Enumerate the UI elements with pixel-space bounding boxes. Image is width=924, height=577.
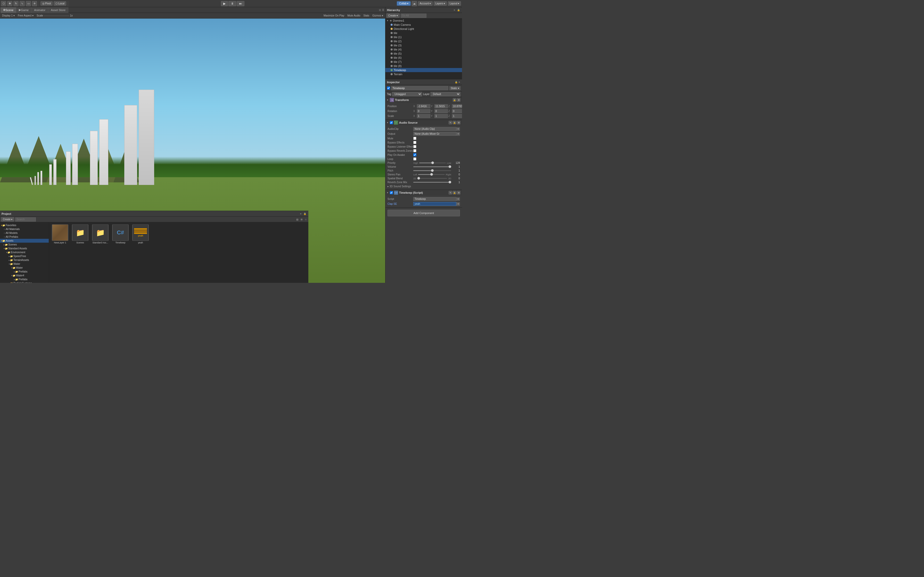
move-tool-icon[interactable]: ✥ bbox=[7, 1, 12, 6]
project-view-btn2[interactable]: ⊞ bbox=[300, 218, 303, 221]
tree-scenes[interactable]: ▸📁 Scenes bbox=[0, 243, 49, 247]
script-select-btn[interactable]: ⊙ bbox=[456, 197, 460, 201]
layout-button[interactable]: Layout ▾ bbox=[448, 1, 461, 6]
hierarchy-item-tile0[interactable]: tile bbox=[385, 31, 462, 35]
hierarchy-root[interactable]: ▾ ⊕ Domino1 bbox=[385, 19, 462, 23]
active-checkbox[interactable] bbox=[387, 87, 390, 90]
priority-slider[interactable] bbox=[419, 163, 446, 163]
unity-logo-icon[interactable]: ⬡ bbox=[1, 1, 6, 6]
rot-y-input[interactable] bbox=[435, 109, 448, 113]
asset-newlayer[interactable]: NewLayer 1 bbox=[51, 224, 69, 244]
audioclip-input[interactable] bbox=[413, 127, 456, 131]
transform-tool-icon[interactable]: ✛ bbox=[32, 1, 37, 6]
script-input[interactable] bbox=[413, 197, 456, 201]
timekeep-script-header[interactable]: ▾ C# Timekeep (Script) ✎ 🔒 ⚙ bbox=[385, 190, 462, 195]
tree-standard-assets[interactable]: ▾📁 Standard Assets bbox=[0, 247, 49, 250]
mute-audio-btn[interactable]: Mute Audio bbox=[346, 14, 361, 17]
clap-se-select-btn[interactable]: ⊙ bbox=[456, 202, 460, 206]
tree-water-prefabs[interactable]: ▸📁 Prefabs bbox=[0, 270, 49, 274]
tab-animator[interactable]: Animator bbox=[31, 7, 48, 13]
tree-all-models[interactable]: ○ All Models bbox=[0, 231, 49, 235]
play-button[interactable]: ▶ bbox=[221, 1, 228, 6]
hierarchy-item-tile2[interactable]: tile (2) bbox=[385, 39, 462, 43]
scene-maximize-btn[interactable]: ⊡ bbox=[378, 9, 381, 11]
rot-z-input[interactable] bbox=[452, 109, 462, 113]
asset-standard[interactable]: 📁 Standard Ass... bbox=[91, 224, 109, 244]
tab-game[interactable]: ▶ Game bbox=[16, 7, 31, 13]
hierarchy-item-dirlight[interactable]: Directional Light bbox=[385, 27, 462, 31]
layers-button[interactable]: Layers ▾ bbox=[434, 1, 447, 6]
asset-yeah[interactable]: yeah yeah bbox=[131, 224, 150, 244]
maximize-on-play-btn[interactable]: Maximize On Play bbox=[323, 14, 346, 17]
display-select[interactable]: Display 1 ▾ bbox=[1, 14, 16, 17]
transform-lock-btn[interactable]: 🔒 bbox=[453, 98, 456, 102]
tree-all-materials[interactable]: ○ All Materials bbox=[0, 227, 49, 231]
play-on-awake-checkbox[interactable] bbox=[413, 153, 416, 156]
hierarchy-item-timekeep[interactable]: Timekeep bbox=[385, 68, 462, 72]
static-button[interactable]: Static ▾ bbox=[449, 86, 460, 90]
transform-settings-btn[interactable]: ⚙ bbox=[457, 98, 460, 102]
hierarchy-item-tile1[interactable]: tile (1) bbox=[385, 35, 462, 39]
script-active-checkbox[interactable] bbox=[390, 191, 393, 194]
hierarchy-item-terrain[interactable]: Terrain bbox=[385, 72, 462, 76]
audio-edit-btn[interactable]: ✎ bbox=[449, 121, 452, 124]
spatial-blend-slider[interactable] bbox=[417, 178, 447, 179]
transform-header[interactable]: ▾ ⇲ Transform 🔒 ⚙ bbox=[385, 97, 462, 103]
scale-y-input[interactable] bbox=[435, 114, 448, 118]
mute-checkbox[interactable] bbox=[413, 137, 416, 140]
pitch-slider[interactable] bbox=[413, 170, 451, 171]
object-name-input[interactable] bbox=[391, 86, 448, 90]
tree-water4-prefabs[interactable]: ▸📁 Prefabs bbox=[0, 277, 49, 281]
stereo-pan-slider[interactable] bbox=[418, 174, 445, 175]
bypass-reverb-checkbox[interactable] bbox=[413, 149, 416, 152]
account-button[interactable]: Account ▾ bbox=[418, 1, 433, 6]
pause-button[interactable]: ⏸ bbox=[228, 1, 236, 6]
local-button[interactable]: ⬡ Local bbox=[53, 1, 66, 6]
inspector-lock-btn[interactable]: 🔒 bbox=[454, 81, 458, 84]
audio-source-header[interactable]: ▾ ♪ Audio Source ✎ 🔒 ⚙ bbox=[385, 120, 462, 126]
hierarchy-item-tile3[interactable]: tile (3) bbox=[385, 43, 462, 47]
stats-btn[interactable]: Stats bbox=[362, 14, 370, 17]
tree-particle-systems[interactable]: ▾📁 ParticleSystems bbox=[0, 281, 49, 283]
reverb-zone-slider[interactable] bbox=[413, 182, 451, 183]
rotate-tool-icon[interactable]: ↻ bbox=[13, 1, 19, 6]
tab-asset-store[interactable]: Asset Store bbox=[48, 7, 68, 13]
collab-button[interactable]: Collab▾ bbox=[397, 1, 410, 6]
volume-slider[interactable] bbox=[413, 166, 451, 167]
script-lock-btn[interactable]: 🔒 bbox=[453, 191, 456, 195]
audioclip-select-btn[interactable]: ⊙ bbox=[456, 127, 460, 131]
hierarchy-item-tile4[interactable]: tile (4) bbox=[385, 47, 462, 52]
bypass-effects-checkbox[interactable] bbox=[413, 141, 416, 144]
bypass-listener-checkbox[interactable] bbox=[413, 145, 416, 148]
pos-z-input[interactable] bbox=[452, 104, 462, 108]
hierarchy-lock-btn[interactable]: 🔒 bbox=[457, 9, 460, 11]
script-settings-btn[interactable]: ⚙ bbox=[457, 191, 460, 195]
tree-speedtree[interactable]: ▸📁 SpeedTree bbox=[0, 254, 49, 258]
hierarchy-item-tile5[interactable]: tile (5) bbox=[385, 52, 462, 56]
asset-scenes[interactable]: 📁 Scenes bbox=[71, 224, 89, 244]
inspector-menu-btn[interactable]: ≡ bbox=[458, 81, 460, 84]
sound-settings-label[interactable]: ▸ 3D Sound Settings bbox=[385, 184, 462, 189]
output-select-btn[interactable]: ⊙ bbox=[456, 132, 460, 136]
gizmos-btn[interactable]: Gizmos ▾ bbox=[371, 14, 384, 17]
audio-active-checkbox[interactable] bbox=[390, 121, 393, 124]
tab-scene[interactable]: ⊕ Scene bbox=[0, 7, 16, 13]
tree-all-prefabs[interactable]: ○ All Prefabs bbox=[0, 235, 49, 239]
project-search-input[interactable] bbox=[15, 218, 36, 221]
project-create-btn[interactable]: Create ▾ bbox=[1, 217, 14, 221]
tag-select[interactable]: Untagged bbox=[392, 92, 422, 96]
tree-water[interactable]: ▾📁 Water bbox=[0, 262, 49, 266]
rot-x-input[interactable] bbox=[417, 109, 430, 113]
hierarchy-item-maincam[interactable]: Main Camera bbox=[385, 23, 462, 27]
hierarchy-item-tile6[interactable]: tile (6) bbox=[385, 56, 462, 60]
hierarchy-item-tile7[interactable]: tile (7) bbox=[385, 60, 462, 64]
project-star-btn[interactable]: ☆ bbox=[304, 218, 307, 221]
asset-timekeep[interactable]: C# Timekeep bbox=[111, 224, 129, 244]
tree-water4[interactable]: ▾📁 Water4 bbox=[0, 274, 49, 277]
step-button[interactable]: ⏭ bbox=[237, 1, 244, 6]
output-input[interactable] bbox=[413, 132, 456, 136]
clap-se-input[interactable] bbox=[413, 202, 456, 206]
hierarchy-item-tile8[interactable]: tile (8) bbox=[385, 64, 462, 68]
layer-select[interactable]: Default bbox=[431, 92, 460, 96]
hierarchy-search-input[interactable] bbox=[401, 14, 426, 18]
